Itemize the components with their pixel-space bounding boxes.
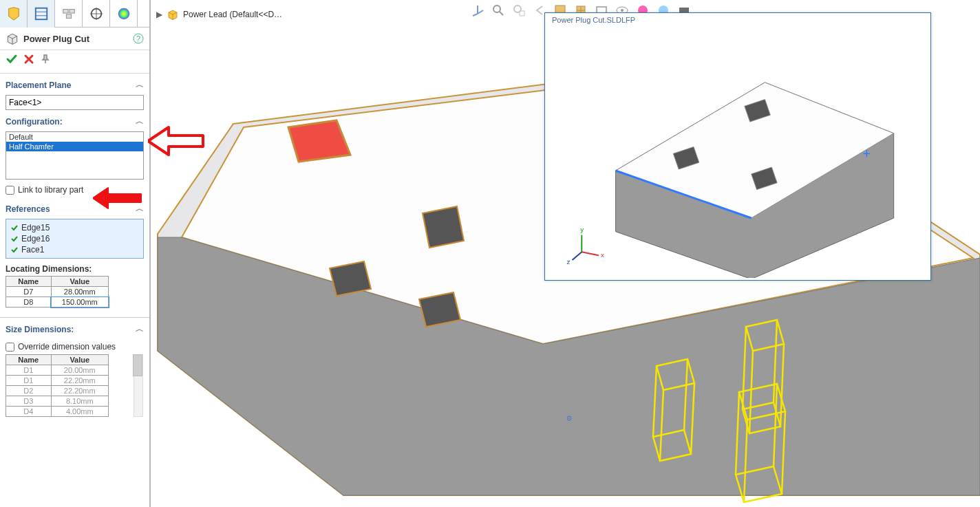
override-dims-row[interactable]: Override dimension values: [6, 342, 144, 352]
svg-text:y: y: [580, 226, 584, 233]
locating-dims-label: Locating Dimensions:: [6, 264, 144, 274]
chevron-up-icon: ︿: [136, 203, 144, 215]
dim-value-cell[interactable]: 150.00mm: [51, 297, 108, 308]
size-dims-label: Size Dimensions:: [6, 325, 74, 334]
preview-canvas: y x z: [548, 28, 928, 278]
override-dims-label: Override dimension values: [18, 342, 116, 352]
preview-title: Power Plug Cut.SLDLFP: [545, 13, 930, 27]
manager-tab-strip: [0, 0, 149, 28]
placement-plane-input[interactable]: [6, 95, 144, 110]
scrollbar[interactable]: [134, 354, 143, 417]
references-box: Edge15 Edge16 Face1: [6, 219, 144, 259]
override-dims-checkbox[interactable]: [6, 343, 14, 352]
confirm-row: [0, 50, 149, 74]
svg-point-9: [118, 8, 129, 20]
link-library-label: Link to library part: [18, 185, 83, 195]
placement-plane-group: Placement Plane ︿: [0, 74, 149, 110]
dim-name-cell: D7: [6, 287, 52, 297]
size-dims-group: Size Dimensions: ︿ Override dimension va…: [0, 318, 149, 417]
chevron-up-icon: ︿: [136, 79, 144, 91]
dim-name-cell: D8: [6, 297, 52, 308]
table-row: D38.10mm: [6, 396, 109, 407]
tab-dimxpert[interactable]: [83, 0, 110, 28]
tab-feature-tree[interactable]: [0, 0, 28, 28]
size-dims-header[interactable]: Size Dimensions: ︿: [6, 322, 144, 336]
ok-button[interactable]: [6, 53, 18, 67]
table-row: D8 150.00mm: [6, 297, 109, 308]
library-preview-window[interactable]: Power Plug Cut.SLDLFP y x z: [544, 12, 931, 281]
locating-dims-table: Name Value D7 28.00mm D8 150.00mm: [6, 276, 109, 308]
configuration-label: Configuration:: [6, 117, 63, 127]
references-group: References ︿ Edge15 Edge16 Face1 Locatin…: [0, 197, 149, 308]
svg-rect-5: [66, 14, 71, 18]
svg-line-62: [582, 252, 599, 255]
svg-text:?: ?: [136, 34, 140, 43]
svg-line-64: [572, 252, 582, 260]
svg-rect-0: [35, 8, 47, 20]
reference-item[interactable]: Edge16: [10, 233, 139, 244]
config-option[interactable]: Default: [6, 132, 143, 142]
svg-marker-32: [330, 261, 371, 296]
graphics-viewport[interactable]: ▶ Power Lead (Default<<D…: [151, 0, 980, 507]
tab-display-manager[interactable]: [110, 0, 138, 28]
table-row: D222.20mm: [6, 386, 109, 396]
configuration-listbox[interactable]: Default Half Chamfer: [6, 131, 144, 180]
property-manager-panel: Power Plug Cut ? Placement Plane ︿ Confi…: [0, 0, 151, 507]
help-icon[interactable]: ?: [133, 33, 144, 44]
table-row: D122.20mm: [6, 376, 109, 386]
locating-dims-table-wrap: Name Value D7 28.00mm D8 150.00mm: [6, 276, 144, 308]
tab-config-manager[interactable]: [55, 0, 83, 28]
svg-text:z: z: [567, 258, 571, 266]
cancel-button[interactable]: [23, 54, 34, 67]
link-library-row[interactable]: Link to library part: [6, 185, 144, 195]
table-row: D7 28.00mm: [6, 287, 109, 297]
svg-point-53: [568, 418, 570, 419]
configuration-header[interactable]: Configuration: ︿: [6, 114, 144, 129]
table-row: D44.00mm: [6, 407, 109, 417]
table-row: D120.00mm: [6, 365, 109, 376]
size-dims-table-wrap: Name Value D120.00mm D122.20mm D222.20mm…: [6, 354, 131, 417]
size-dims-table: Name Value D120.00mm D122.20mm D222.20mm…: [6, 354, 109, 417]
references-label: References: [6, 204, 50, 214]
feature-title: Power Plug Cut: [23, 34, 129, 44]
placement-plane-header[interactable]: Placement Plane ︿: [6, 78, 144, 92]
link-library-checkbox[interactable]: [6, 186, 14, 195]
svg-marker-31: [423, 206, 464, 248]
library-feature-icon: [6, 32, 19, 45]
col-header: Name: [6, 277, 52, 287]
feature-header: Power Plug Cut ?: [0, 28, 149, 50]
pushpin-button[interactable]: [40, 54, 51, 67]
chevron-up-icon: ︿: [136, 116, 144, 127]
placement-plane-label: Placement Plane: [6, 80, 71, 90]
configuration-group: Configuration: ︿ Default Half Chamfer Li…: [0, 110, 149, 195]
reference-item[interactable]: Face1: [10, 244, 139, 255]
svg-rect-3: [63, 10, 67, 13]
svg-marker-33: [419, 292, 460, 327]
tab-property-manager[interactable]: [28, 0, 55, 28]
svg-rect-4: [69, 10, 74, 13]
chevron-up-icon: ︿: [136, 323, 144, 335]
dim-value-cell[interactable]: 28.00mm: [51, 287, 108, 297]
col-header: Value: [51, 277, 108, 287]
reference-item[interactable]: Edge15: [10, 222, 139, 233]
references-header[interactable]: References ︿: [6, 202, 144, 216]
config-option[interactable]: Half Chamfer: [6, 142, 143, 151]
svg-text:x: x: [601, 251, 604, 259]
